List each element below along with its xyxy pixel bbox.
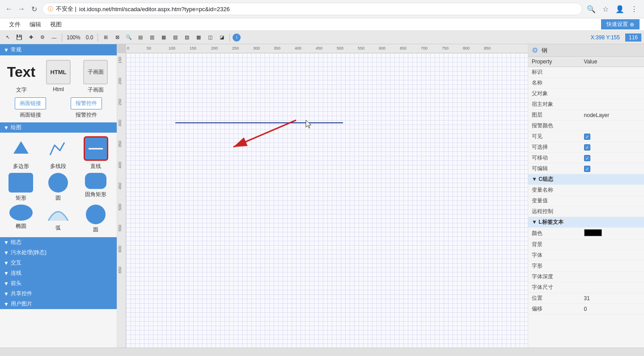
bookmark-button[interactable]: ☆ [600,4,611,14]
right-panel-header: ⚙ 钢 [528,44,644,57]
property-value [580,261,644,272]
plus-btn[interactable]: ✚ [26,33,36,42]
property-value[interactable]: ✓ [580,131,644,142]
property-value[interactable]: ✓ [580,163,644,174]
canvas-area[interactable]: 0 50 100 150 200 250 300 350 400 450 500… [117,44,528,348]
component-straight-line[interactable]: 直线 [78,136,113,170]
canvas-viewport[interactable] [126,53,528,348]
checkbox-checked-icon[interactable]: ✓ [584,144,590,151]
quick-settings-button[interactable]: 快速设置 ⊕ [601,19,640,29]
property-name: 宿主对象 [528,99,580,110]
right-panel: ⚙ 钢 Property Value 标识名称父对象宿主对象图层nodeLaye… [528,44,644,348]
color-swatch[interactable] [584,229,602,236]
arc-svg [47,205,70,222]
url-bar[interactable]: ⓘ 不安全 | iot.idosp.net/html/scada/editor.… [42,3,582,15]
property-value[interactable]: ✓ [580,153,644,163]
ellipse-icon [9,205,33,221]
menu-view[interactable]: 视图 [46,19,66,30]
left-panel: ▼ 常规 Text 文字 HTML Html 子画面 [0,44,117,348]
property-value: 31 [580,293,644,304]
component-multiline[interactable]: 多线段 [41,136,76,170]
section-group[interactable]: ▼ 组态 [0,237,117,247]
canvas-grid[interactable] [126,53,528,348]
security-icon: ⓘ [48,5,53,13]
reload-button[interactable]: ↻ [30,4,38,13]
distribute-v-btn[interactable]: ◪ [217,33,227,42]
property-name: 可编辑 [528,163,580,174]
section-arrow-arrow: ▼ [4,281,9,287]
solid-circle-label: 圆 [93,226,98,234]
section-shared[interactable]: ▼ 共享控件 [0,289,117,299]
right-panel-title: 钢 [542,46,547,54]
component-rounded-rect[interactable]: 固角矩形 [78,173,113,202]
section-interact-arrow: ▼ [4,260,9,266]
align-bottom-btn[interactable]: ▩ [194,33,203,42]
position-display: X:398 Y:155 [587,34,623,41]
distribute-h-btn[interactable]: ◫ [205,33,215,42]
component-polygon[interactable]: 多边形 [4,136,38,170]
component-solid-circle[interactable]: 圆 [78,205,113,234]
profile-button[interactable]: 👤 [614,4,625,14]
component-subview[interactable]: 子画面 子画面 [79,60,112,94]
minus-btn[interactable]: — [49,33,59,42]
property-name: 字体深度 [528,272,580,282]
menu-edit[interactable]: 编辑 [25,19,46,30]
component-arc[interactable]: 弧 [41,205,76,234]
forward-button[interactable]: → [17,4,26,13]
status-bar [0,348,644,356]
screen-link-btn[interactable]: 画面链接 [15,97,46,109]
property-name: 可移动 [528,153,580,163]
info-btn[interactable]: i [233,34,241,42]
select-tool-btn[interactable]: ↖ [3,33,13,42]
property-value [580,250,644,261]
property-value: nodeLayer [580,110,644,121]
checkbox-checked-icon[interactable]: ✓ [584,155,590,161]
search-button[interactable]: 🔍 [586,4,597,14]
alarm-btn[interactable]: 报警控件 [71,97,102,109]
component-circle[interactable]: 圆 [41,173,76,202]
align-middle-btn[interactable]: ▨ [182,33,192,42]
section-sewage[interactable]: ▼ 污水处理(静态) [0,247,117,258]
alarm-label: 报警控件 [76,111,97,119]
property-name: 报警颜色 [528,121,580,131]
component-html[interactable]: HTML Html [42,60,75,94]
back-button[interactable]: ← [4,4,13,13]
menu-file[interactable]: 文件 [4,19,25,30]
align-center-btn[interactable]: ▥ [147,33,157,42]
align-top-btn[interactable]: ▧ [170,33,180,42]
menu-button[interactable]: ⋮ [629,4,640,14]
arc-icon [47,205,70,222]
component-screen-link[interactable]: 画面链接 画面链接 [4,97,57,119]
property-value[interactable]: ✓ [580,142,644,153]
section-group-arrow: ▼ [4,239,9,246]
component-rectangle[interactable]: 矩形 [4,173,38,202]
table-row: 位置31 [528,293,644,304]
section-arrow[interactable]: ▼ 箭头 [0,278,117,289]
zoom-in-btn[interactable]: 🔍 [124,33,134,42]
section-user-image[interactable]: ▼ 用户图片 [0,299,117,309]
save-btn[interactable]: 💾 [14,33,24,42]
component-text[interactable]: Text 文字 [4,60,38,94]
rectangle-label: 矩形 [16,194,26,202]
section-common[interactable]: ▼ 常规 [0,44,117,55]
component-alarm[interactable]: 报警控件 报警控件 [60,97,113,119]
checkbox-checked-icon[interactable]: ✓ [584,134,590,140]
section-connect[interactable]: ▼ 连线 [0,268,117,278]
align-left-btn[interactable]: ▤ [136,33,145,42]
property-value [580,88,644,99]
rounded-rect-label: 固角矩形 [85,191,106,198]
table-row: 图层nodeLayer [528,110,644,121]
straight-line-icon [84,136,108,161]
zoom-fit-btn[interactable]: ⊠ [112,33,122,42]
component-ellipse[interactable]: 椭圆 [4,205,38,234]
browser-toolbar: ← → ↻ ⓘ 不安全 | iot.idosp.net/html/scada/e… [0,0,644,18]
grid-btn[interactable]: ⊞ [101,33,110,42]
settings-btn[interactable]: ⚙ [38,33,47,42]
section-interact[interactable]: ▼ 交互 [0,258,117,268]
section-drawing[interactable]: ▼ 绘图 [0,122,117,133]
checkbox-checked-icon[interactable]: ✓ [584,166,590,172]
align-right-btn[interactable]: ▦ [159,33,169,42]
text-icon: Text [9,60,34,84]
property-value [580,282,644,293]
separator-2 [97,34,98,42]
